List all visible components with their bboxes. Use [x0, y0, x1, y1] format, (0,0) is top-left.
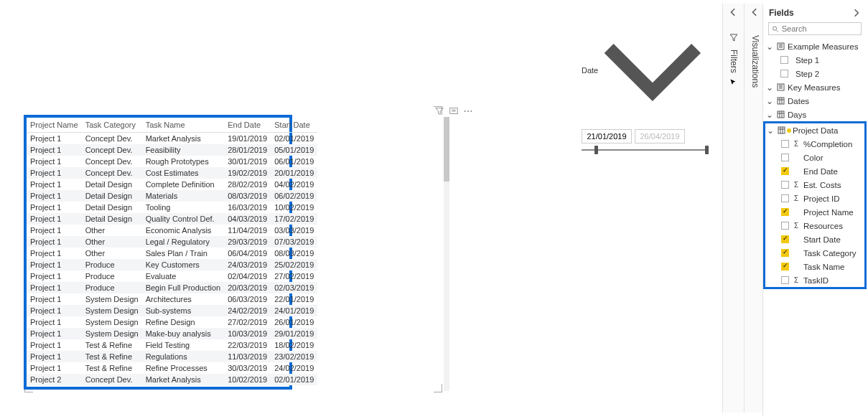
filters-pane-collapsed[interactable]: Filters [722, 4, 744, 413]
table-row[interactable]: Project 1OtherSales Plan / Train06/04/20… [27, 248, 317, 259]
table-row[interactable]: Project 1Detail DesignMaterials08/03/201… [27, 190, 317, 202]
table-cell: 26/01/2019 [271, 316, 317, 328]
checkbox[interactable] [781, 208, 789, 216]
visual-resize-br[interactable] [434, 384, 442, 392]
table-node-dates[interactable]: ⌄ Dates [765, 94, 865, 108]
collapse-icon[interactable]: ⌄ [766, 83, 773, 93]
table-cell: 28/02/2019 [224, 179, 271, 190]
checkbox[interactable] [781, 276, 789, 284]
table-row[interactable]: Project 1Test & RefineRefine Processes30… [27, 362, 317, 374]
checkbox[interactable] [781, 194, 789, 202]
table-cell: Concept Dev. [82, 133, 142, 145]
column-header[interactable]: Task Name [142, 118, 225, 133]
field-item[interactable]: Color [765, 151, 864, 164]
checkbox[interactable] [781, 263, 789, 270]
date-start-input[interactable]: 21/01/2019 [582, 129, 632, 143]
search-input[interactable] [782, 24, 858, 33]
field-item[interactable]: Task Category [765, 246, 864, 260]
table-row[interactable]: Project 1Detail DesignComplete Definitio… [27, 179, 317, 190]
table-row[interactable]: Project 1Test & RefineRegulations11/03/2… [27, 351, 317, 362]
table-cell: 05/01/2019 [271, 144, 317, 156]
checkbox[interactable] [781, 249, 789, 257]
checkbox[interactable] [781, 154, 789, 161]
table-row[interactable]: Project 1Concept Dev.Rough Prototypes30/… [27, 156, 317, 167]
filters-pane-icon [729, 34, 738, 42]
field-label: Task Category [803, 249, 857, 258]
column-header[interactable]: Project Name [27, 118, 82, 133]
table-cell: 04/03/2019 [224, 213, 271, 225]
table-row[interactable]: Project 1Concept Dev.Market Analysis19/0… [27, 133, 317, 145]
slider-thumb-end[interactable] [705, 146, 709, 154]
column-header[interactable]: End Date [224, 118, 271, 133]
field-item[interactable]: End Date [765, 164, 864, 178]
table-row[interactable]: Project 1ProduceKey Customers24/03/20192… [27, 259, 317, 270]
date-end-input[interactable]: 26/04/2019 [635, 129, 685, 143]
table-visual[interactable]: Project NameTask CategoryTask NameEnd Da… [26, 117, 441, 391]
field-step1[interactable]: Step 1 [765, 53, 865, 67]
table-row[interactable]: Project 1System DesignMake-buy analysis1… [27, 328, 317, 339]
field-item[interactable]: ΣResources [765, 219, 864, 232]
collapse-icon[interactable]: ⌄ [766, 42, 773, 52]
field-item[interactable]: ΣEst. Costs [765, 178, 864, 192]
checkbox[interactable] [780, 56, 788, 64]
chevron-left-icon[interactable] [729, 8, 738, 17]
table-cell: 24/03/2019 [224, 259, 271, 270]
column-header[interactable]: Task Category [82, 118, 142, 133]
table-node-project-data[interactable]: ⌄ Project Data [765, 123, 864, 137]
visual-scrollbar[interactable] [444, 117, 449, 391]
chevron-left-icon[interactable] [751, 8, 760, 17]
table-row[interactable]: Project 1Concept Dev.Cost Estimates19/02… [27, 167, 317, 179]
focus-mode-icon[interactable] [449, 106, 459, 116]
chevron-down-icon[interactable] [598, 16, 707, 125]
chevron-right-icon[interactable] [852, 9, 861, 17]
table-row[interactable]: Project 2Concept Dev.Market Analysis10/0… [27, 374, 317, 385]
table-row[interactable]: Project 1Detail DesignTooling16/03/20191… [27, 202, 317, 213]
table-cell: 08/03/2019 [271, 248, 317, 259]
collapse-icon[interactable]: ⌄ [766, 110, 773, 120]
search-icon [772, 25, 779, 33]
scrollbar-thumb[interactable] [444, 117, 449, 182]
collapse-icon[interactable]: ⌄ [767, 126, 774, 136]
field-step2[interactable]: Step 2 [765, 67, 865, 80]
checkbox[interactable] [780, 70, 788, 77]
checkbox[interactable] [781, 181, 789, 189]
checkbox[interactable] [781, 222, 789, 230]
checkbox[interactable] [781, 167, 789, 175]
more-options-icon[interactable] [463, 106, 473, 116]
field-item[interactable]: ΣTaskID [765, 273, 864, 287]
table-cell: Project 1 [27, 144, 82, 156]
collapse-icon[interactable]: ⌄ [766, 96, 773, 106]
table-cell: Economic Analysis [142, 225, 225, 236]
table-node-key-measures[interactable]: ⌄ Key Measures [765, 80, 865, 94]
filter-icon[interactable] [434, 106, 444, 116]
table-cell: 11/03/2019 [224, 351, 271, 362]
table-row[interactable]: Project 1System DesignSub-systems24/02/2… [27, 305, 317, 316]
table-node-example-measures[interactable]: ⌄ Example Measures [765, 39, 865, 53]
field-item[interactable]: Project Name [765, 205, 864, 219]
table-row[interactable]: Project 1Concept Dev.Feasibility28/01/20… [27, 144, 317, 156]
table-row[interactable]: Project 1System DesignArchitectures06/03… [27, 293, 317, 305]
table-node-days[interactable]: ⌄ Days [765, 108, 865, 121]
slider-thumb-start[interactable] [594, 146, 598, 154]
table-row[interactable]: Project 1ProduceEvaluate02/04/201927/02/… [27, 270, 317, 282]
field-label: TaskID [803, 276, 829, 285]
table-cell: 06/04/2019 [224, 248, 271, 259]
checkbox[interactable] [781, 235, 789, 243]
table-row[interactable]: Project 1ProduceBegin Full Production20/… [27, 282, 317, 293]
date-slicer[interactable]: Date 21/01/2019 26/04/2019 [582, 16, 707, 151]
table-row[interactable]: Project 1OtherLegal / Regulatory29/03/20… [27, 236, 317, 248]
table-cell: Architectures [142, 293, 225, 305]
field-item[interactable]: Σ%Completion [765, 137, 864, 151]
column-header[interactable]: Start Date [271, 118, 317, 133]
date-slider[interactable] [582, 149, 707, 151]
table-row[interactable]: Project 1System DesignRefine Design27/02… [27, 316, 317, 328]
table-row[interactable]: Project 1Test & RefineField Testing22/03… [27, 339, 317, 351]
table-cell: 10/02/2019 [271, 202, 317, 213]
table-row[interactable]: Project 1OtherEconomic Analysis11/04/201… [27, 225, 317, 236]
table-row[interactable]: Project 1Detail DesignQuality Control De… [27, 213, 317, 225]
field-item[interactable]: ΣProject ID [765, 192, 864, 205]
field-item[interactable]: Start Date [765, 232, 864, 246]
checkbox[interactable] [781, 140, 789, 148]
field-item[interactable]: Task Name [765, 260, 864, 273]
fields-search[interactable] [768, 22, 862, 35]
